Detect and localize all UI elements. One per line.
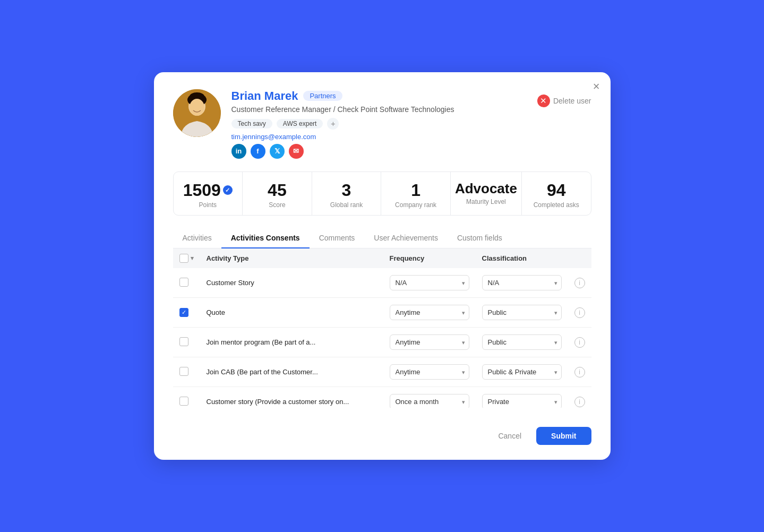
checkbox-cell <box>173 298 200 328</box>
frequency-select[interactable]: N/AAnytimeOnce a month <box>390 364 469 380</box>
close-button[interactable]: × <box>593 81 600 92</box>
info-icon[interactable]: i <box>574 307 585 318</box>
linkedin-icon[interactable]: in <box>231 144 246 159</box>
classification-select[interactable]: N/APublicPrivatePublic & Private <box>482 305 562 320</box>
activity-name: Quote <box>200 298 383 328</box>
activity-name: Customer story (Provide a customer story… <box>200 387 383 408</box>
tab-comments[interactable]: Comments <box>310 228 365 249</box>
activity-name: Join CAB (Be part of the Customer... <box>200 357 383 387</box>
info-cell: i <box>568 298 591 328</box>
select-all-checkbox[interactable] <box>179 254 188 263</box>
name-row: Brian Marek Partners <box>231 89 527 103</box>
verified-icon: ✓ <box>223 185 233 195</box>
modal: × <box>154 72 611 460</box>
row-checkbox[interactable] <box>179 367 188 376</box>
add-tag-button[interactable]: + <box>327 118 339 130</box>
profile-header: Brian Marek Partners Customer Reference … <box>173 89 591 159</box>
frequency-cell: N/AAnytimeOnce a month▾ <box>383 328 476 357</box>
tab-custom-fields[interactable]: Custom fields <box>448 228 512 249</box>
stat-points-value: 1509 ✓ <box>178 181 238 200</box>
table-row: Join CAB (Be part of the Customer...N/AA… <box>173 357 591 387</box>
info-icon[interactable]: i <box>574 397 585 407</box>
tag-aws-expert: AWS expert <box>277 119 323 128</box>
info-cell: i <box>568 268 591 298</box>
tags-row: Tech savy AWS expert + <box>231 118 527 130</box>
stat-score-label: Score <box>247 201 307 209</box>
info-icon[interactable]: i <box>574 367 585 377</box>
email-icon[interactable]: ✉ <box>289 144 304 159</box>
col-header-info <box>568 248 591 268</box>
frequency-cell: N/AAnytimeOnce a month▾ <box>383 357 476 387</box>
stat-maturity: Advocate Maturity Level <box>451 172 522 215</box>
tag-tech-savy: Tech savy <box>231 119 272 128</box>
table-body: Customer StoryN/AAnytimeOnce a month▾N/A… <box>173 268 591 408</box>
partners-badge: Partners <box>303 91 342 101</box>
info-icon[interactable]: i <box>574 278 585 288</box>
classification-select[interactable]: N/APublicPrivatePublic & Private <box>482 275 562 290</box>
frequency-select[interactable]: N/AAnytimeOnce a month <box>390 305 469 320</box>
frequency-cell: N/AAnytimeOnce a month▾ <box>383 387 476 408</box>
col-header-frequency: Frequency <box>383 248 476 268</box>
classification-cell: N/APublicPrivatePublic & Private▾ <box>476 298 568 328</box>
checkbox-cell <box>173 357 200 387</box>
info-cell: i <box>568 357 591 387</box>
stat-maturity-label: Maturity Level <box>455 198 517 205</box>
classification-cell: N/APublicPrivatePublic & Private▾ <box>476 328 568 357</box>
footer-row: Cancel Submit <box>173 421 591 445</box>
svg-point-7 <box>190 99 204 116</box>
stat-global-rank-value: 3 <box>316 181 377 200</box>
tab-user-achievements[interactable]: User Achievements <box>364 228 448 249</box>
stat-global-rank: 3 Global rank <box>312 172 382 215</box>
twitter-icon[interactable]: 𝕏 <box>270 144 285 159</box>
col-header-classification: Classification <box>476 248 568 268</box>
delete-user-button[interactable]: ✕ Delete user <box>537 95 591 107</box>
col-header-checkbox-cell: ▾ <box>173 248 200 268</box>
outer-wrapper: × <box>143 62 621 471</box>
row-checkbox[interactable] <box>179 337 188 346</box>
facebook-icon[interactable]: f <box>251 144 265 159</box>
row-checkbox[interactable] <box>179 308 188 317</box>
cancel-button[interactable]: Cancel <box>490 427 530 445</box>
frequency-select[interactable]: N/AAnytimeOnce a month <box>390 334 469 350</box>
profile-info: Brian Marek Partners Customer Reference … <box>231 89 527 159</box>
stat-completed-asks-label: Completed asks <box>526 201 587 209</box>
row-checkbox[interactable] <box>179 278 188 287</box>
stat-points-label: Points <box>178 201 238 209</box>
stat-maturity-value: Advocate <box>455 181 517 197</box>
frequency-cell: N/AAnytimeOnce a month▾ <box>383 268 476 298</box>
table-row: Customer StoryN/AAnytimeOnce a month▾N/A… <box>173 268 591 298</box>
consents-table-area: ▾ Activity Type Frequency Classification… <box>173 248 591 408</box>
classification-select[interactable]: N/APublicPrivatePublic & Private <box>482 394 562 408</box>
stat-company-rank: 1 Company rank <box>381 172 451 215</box>
table-header: ▾ Activity Type Frequency Classification <box>173 248 591 268</box>
user-name: Brian Marek <box>231 89 298 103</box>
submit-button[interactable]: Submit <box>536 427 591 445</box>
checkbox-cell <box>173 387 200 408</box>
info-icon[interactable]: i <box>574 337 585 348</box>
col-header-activity: Activity Type <box>200 248 383 268</box>
delete-icon: ✕ <box>537 95 550 107</box>
stat-completed-asks: 94 Completed asks <box>522 172 591 215</box>
classification-select[interactable]: N/APublicPrivatePublic & Private <box>482 364 562 380</box>
delete-label: Delete user <box>553 97 591 105</box>
frequency-cell: N/AAnytimeOnce a month▾ <box>383 298 476 328</box>
stat-score-value: 45 <box>247 181 307 200</box>
classification-cell: N/APublicPrivatePublic & Private▾ <box>476 387 568 408</box>
user-title: Customer Reference Manager / Check Point… <box>231 105 527 114</box>
tab-activities[interactable]: Activities <box>173 228 221 249</box>
activity-name: Customer Story <box>200 268 383 298</box>
classification-select[interactable]: N/APublicPrivatePublic & Private <box>482 334 562 350</box>
stat-points: 1509 ✓ Points <box>174 172 243 215</box>
user-email[interactable]: tim.jennings@example.com <box>231 133 527 141</box>
tab-activities-consents[interactable]: Activities Consents <box>221 228 310 249</box>
table-row: QuoteN/AAnytimeOnce a month▾N/APublicPri… <box>173 298 591 328</box>
row-checkbox[interactable] <box>179 397 188 406</box>
stat-company-rank-value: 1 <box>385 181 446 200</box>
frequency-select[interactable]: N/AAnytimeOnce a month <box>390 394 469 408</box>
table-row: Join mentor program (Be part of a...N/AA… <box>173 328 591 357</box>
social-row: in f 𝕏 ✉ <box>231 144 527 159</box>
col-header-checkbox: ▾ <box>179 254 194 263</box>
stat-company-rank-label: Company rank <box>385 201 446 209</box>
stat-score: 45 Score <box>243 172 312 215</box>
frequency-select[interactable]: N/AAnytimeOnce a month <box>390 275 469 290</box>
